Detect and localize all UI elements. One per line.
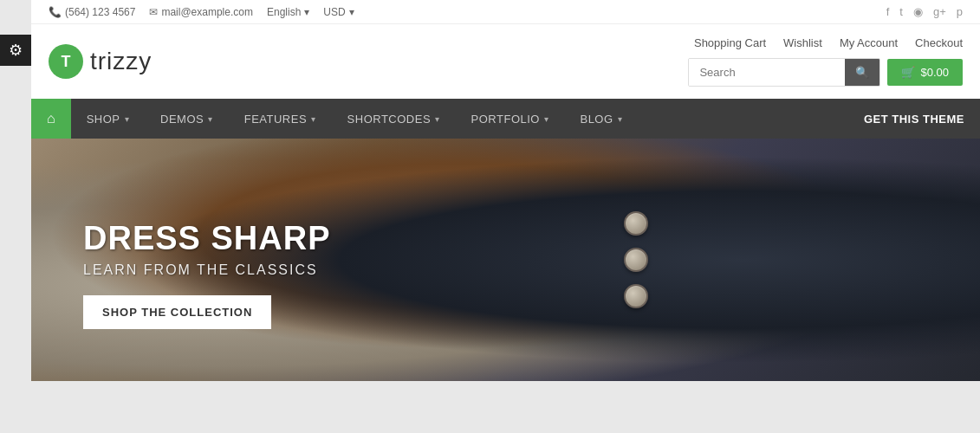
button-decor-3	[624, 284, 648, 308]
search-button[interactable]: 🔍	[845, 59, 879, 86]
nav-blog-label: BLOG	[580, 113, 613, 126]
cart-amount: $0.00	[920, 66, 949, 79]
nav-item-blog[interactable]: BLOG ▾	[564, 100, 638, 138]
googleplus-icon[interactable]: g+	[933, 5, 946, 18]
gear-icon: ⚙	[9, 41, 23, 60]
pinterest-icon[interactable]: p	[957, 5, 963, 18]
nav-shortcodes-label: SHORTCODES	[347, 113, 432, 126]
language-selector[interactable]: English ▾	[267, 6, 309, 18]
nav-get-theme-button[interactable]: GET THIS THEME	[848, 100, 980, 138]
my-account-link[interactable]: My Account	[840, 36, 898, 49]
email-address: mail@example.com	[161, 6, 253, 18]
header-right-wrapper: Shopping Cart Wishlist My Account Checko…	[688, 36, 963, 87]
topbar-left: 📞 (564) 123 4567 ✉ mail@example.com Engl…	[49, 6, 354, 18]
nav-get-theme-label: GET THIS THEME	[864, 113, 964, 126]
nav-item-shop[interactable]: SHOP ▾	[71, 100, 145, 138]
hero-content: DRESS SHARP LEARN FROM THE CLASSICS SHOP…	[83, 220, 331, 329]
nav-demos-label: DEMOS	[160, 113, 204, 126]
nav-features-label: FEATURES	[244, 113, 307, 126]
hero-cta-button[interactable]: SHOP THE COLLECTION	[83, 295, 271, 329]
topbar-right: f t ◉ g+ p	[886, 5, 963, 18]
logo[interactable]: T trizzy	[49, 44, 152, 79]
nav-item-portfolio[interactable]: PORTFOLIO ▾	[456, 100, 565, 138]
search-box: 🔍	[688, 58, 880, 87]
nav-portfolio-arrow: ▾	[544, 114, 549, 124]
nav-shortcodes-arrow: ▾	[435, 114, 440, 124]
email-info: ✉ mail@example.com	[149, 6, 253, 18]
phone-icon: 📞	[49, 6, 62, 18]
wishlist-link[interactable]: Wishlist	[783, 36, 822, 49]
search-input[interactable]	[689, 59, 845, 86]
currency-label: USD	[323, 6, 345, 18]
main-nav: ⌂ SHOP ▾ DEMOS ▾ FEATURES ▾ SHORTCODES ▾…	[31, 99, 980, 139]
hero-section: DRESS SHARP LEARN FROM THE CLASSICS SHOP…	[31, 139, 980, 381]
dribbble-icon[interactable]: ◉	[913, 5, 923, 18]
phone-number: (564) 123 4567	[65, 6, 135, 18]
nav-blog-arrow: ▾	[618, 114, 623, 124]
header-nav-links: Shopping Cart Wishlist My Account Checko…	[694, 36, 963, 49]
email-icon: ✉	[149, 6, 158, 18]
home-icon: ⌂	[47, 111, 55, 126]
currency-arrow: ▾	[349, 6, 354, 18]
nav-demos-arrow: ▾	[208, 114, 213, 124]
nav-shop-label: SHOP	[87, 113, 120, 126]
logo-icon: T	[49, 44, 83, 79]
header: T trizzy Shopping Cart Wishlist My Accou…	[31, 24, 980, 99]
nav-features-arrow: ▾	[311, 114, 316, 124]
hero-decor	[624, 211, 648, 308]
settings-panel[interactable]: ⚙	[0, 35, 31, 66]
checkout-link[interactable]: Checkout	[915, 36, 963, 49]
facebook-icon[interactable]: f	[886, 5, 890, 18]
language-label: English	[267, 6, 301, 18]
nav-shop-arrow: ▾	[125, 114, 130, 124]
nav-item-shortcodes[interactable]: SHORTCODES ▾	[332, 100, 456, 138]
nav-item-demos[interactable]: DEMOS ▾	[145, 100, 229, 138]
language-arrow: ▾	[304, 6, 309, 18]
logo-text: trizzy	[90, 48, 152, 75]
cart-button[interactable]: 🛒 $0.00	[887, 59, 963, 86]
nav-portfolio-label: PORTFOLIO	[471, 113, 540, 126]
button-decor-2	[624, 248, 648, 272]
nav-home-button[interactable]: ⌂	[31, 99, 71, 139]
phone-info: 📞 (564) 123 4567	[49, 6, 135, 18]
hero-title: DRESS SHARP	[83, 220, 331, 257]
top-bar: 📞 (564) 123 4567 ✉ mail@example.com Engl…	[31, 0, 980, 24]
shopping-cart-link[interactable]: Shopping Cart	[694, 36, 766, 49]
nav-item-features[interactable]: FEATURES ▾	[229, 100, 332, 138]
cart-icon: 🛒	[901, 66, 915, 79]
twitter-icon[interactable]: t	[899, 5, 903, 18]
search-cart: 🔍 🛒 $0.00	[688, 58, 963, 87]
currency-selector[interactable]: USD ▾	[323, 6, 354, 18]
hero-subtitle: LEARN FROM THE CLASSICS	[83, 262, 331, 278]
button-decor-1	[624, 211, 648, 236]
